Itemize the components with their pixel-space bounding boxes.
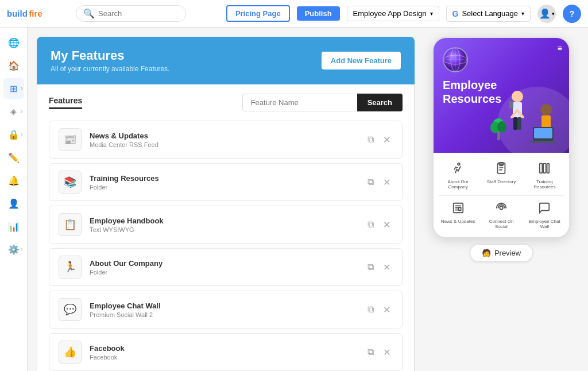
delete-feature-button[interactable]: ✕ — [381, 175, 393, 190]
preview-label: Preview — [494, 249, 521, 257]
svg-point-25 — [497, 121, 506, 133]
phone-nav-label: Connect On Social — [482, 219, 520, 229]
logo: build fire — [7, 6, 64, 22]
chevron-right-icon: › — [21, 86, 23, 91]
delete-feature-button[interactable]: ✕ — [381, 260, 393, 275]
svg-rect-34 — [547, 164, 550, 173]
navbar: build fire 🔍 Pricing Page Publish Employ… — [0, 0, 588, 28]
svg-rect-21 — [530, 141, 556, 143]
feature-search-group: Search — [242, 94, 403, 111]
search-box[interactable]: 🔍 — [76, 5, 186, 22]
feature-name: Employee Chat Wall — [90, 302, 357, 310]
feature-item-news[interactable]: 📰 News & Updates Media Center RSS Feed ⧉… — [49, 121, 403, 159]
delete-feature-button[interactable]: ✕ — [381, 132, 393, 148]
chart-icon: 📊 — [8, 221, 20, 232]
feature-actions: ⧉ ✕ — [365, 260, 393, 275]
features-header-left: My Features All of your currently availa… — [51, 48, 169, 73]
feature-icon: 💬 — [59, 298, 82, 321]
svg-rect-13 — [513, 117, 517, 130]
phone-nav-icon — [495, 202, 508, 217]
feature-item-about[interactable]: 🏃 About Our Company Folder ⧉ ✕ — [49, 248, 403, 286]
feature-name: News & Updates — [90, 132, 357, 140]
pen-icon: ✏️ — [8, 152, 20, 163]
svg-rect-20 — [534, 128, 552, 138]
phone-bottom-nav: About Our Company Staff Directory Traini… — [434, 153, 569, 237]
feature-info: Employee Chat Wall Premium Social Wall 2 — [90, 302, 357, 318]
feature-icon: 📚 — [59, 171, 82, 194]
copy-feature-button[interactable]: ⧉ — [365, 175, 376, 190]
sidebar-item-design[interactable]: ✏️ — [3, 147, 24, 168]
sidebar-item-grid[interactable]: ⊞ › — [3, 78, 24, 99]
svg-rect-32 — [540, 164, 543, 173]
svg-rect-39 — [459, 207, 461, 211]
copy-feature-button[interactable]: ⧉ — [365, 132, 376, 147]
svg-rect-33 — [543, 164, 546, 173]
features-header: My Features All of your currently availa… — [37, 37, 415, 84]
feature-name: Training Resources — [90, 174, 357, 183]
app-selector-label: Employee App Design — [353, 9, 427, 18]
user-avatar[interactable]: 👤 ▾ — [537, 5, 556, 23]
phone-nav-item: Staff Directory — [481, 159, 521, 193]
sidebar-item-analytics[interactable]: 📊 — [3, 216, 24, 237]
features-label: Features — [49, 96, 82, 109]
publish-button[interactable]: Publish — [297, 6, 340, 21]
features-panel: My Features All of your currently availa… — [37, 37, 415, 362]
lock-icon: 🔒 — [8, 129, 20, 140]
grid-icon: ⊞ — [10, 83, 17, 94]
feature-item-handbook[interactable]: 📋 Employee Handbook Text WYSIWYG ⧉ ✕ — [49, 206, 403, 244]
copy-feature-button[interactable]: ⧉ — [365, 260, 376, 275]
feature-item-training[interactable]: 📚 Training Resources Folder ⧉ ✕ — [49, 163, 403, 201]
sidebar-item-home[interactable]: 🏠 — [3, 55, 24, 76]
user-icon: 👤 — [539, 8, 551, 19]
feature-name: About Our Company — [90, 259, 357, 268]
sidebar-item-globe[interactable]: 🌐 — [3, 32, 24, 53]
sidebar-item-users[interactable]: 👤 — [3, 193, 24, 214]
feature-type: Premium Social Wall 2 — [90, 311, 357, 318]
features-title: My Features — [51, 48, 169, 63]
phone-screen: ≡ — [434, 38, 569, 237]
feature-icon: 📋 — [59, 213, 82, 236]
chevron-down-icon: ▾ — [552, 11, 555, 17]
globe-icon: 🌐 — [8, 37, 20, 48]
feature-icon: 👍 — [59, 341, 82, 364]
svg-text:fire: fire — [29, 9, 42, 18]
pricing-page-button[interactable]: Pricing Page — [226, 5, 290, 22]
svg-rect-15 — [509, 101, 513, 109]
app-selector[interactable]: Employee App Design ▾ — [347, 6, 439, 21]
sidebar-item-notifications[interactable]: 🔔 — [3, 170, 24, 191]
delete-feature-button[interactable]: ✕ — [381, 217, 393, 233]
phone-nav-label: Employee Chat Wall — [526, 219, 563, 229]
sidebar-item-plugins[interactable]: ◈ › — [3, 101, 24, 122]
feature-list: 📰 News & Updates Media Center RSS Feed ⧉… — [49, 121, 403, 371]
user-icon: 👤 — [8, 198, 20, 209]
features-body: Features Search 📰 News & Updates Media C… — [37, 84, 415, 371]
phone-nav-label: Staff Directory — [487, 179, 516, 184]
home-icon: 🏠 — [8, 60, 20, 71]
copy-feature-button[interactable]: ⧉ — [365, 345, 376, 360]
delete-feature-button[interactable]: ✕ — [381, 302, 393, 318]
features-subtitle: All of your currently available Features… — [51, 65, 169, 73]
help-button[interactable]: ? — [563, 5, 581, 23]
feature-actions: ⧉ ✕ — [365, 175, 393, 190]
chevron-right-icon: › — [21, 132, 23, 137]
feature-item-facebook[interactable]: 👍 Facebook Facebook ⧉ ✕ — [49, 333, 403, 371]
phone-nav-item: Employee Chat Wall — [525, 198, 564, 233]
delete-feature-button[interactable]: ✕ — [381, 345, 393, 360]
feature-name-input[interactable] — [242, 94, 357, 111]
feature-item-chat[interactable]: 💬 Employee Chat Wall Premium Social Wall… — [49, 291, 403, 329]
sidebar-item-settings[interactable]: ⚙️ › — [3, 239, 24, 260]
lang-label: Select Language — [462, 9, 518, 18]
copy-feature-button[interactable]: ⧉ — [365, 217, 376, 232]
copy-feature-button[interactable]: ⧉ — [365, 302, 376, 317]
feature-actions: ⧉ ✕ — [365, 132, 393, 148]
add-new-feature-button[interactable]: Add New Feature — [322, 52, 401, 69]
phone-nav-icon — [495, 162, 508, 177]
feature-search-button[interactable]: Search — [357, 94, 403, 111]
preview-button[interactable]: 🧑 Preview — [470, 244, 533, 262]
feature-icon: 🏃 — [59, 256, 82, 279]
search-input[interactable] — [98, 9, 179, 18]
help-icon: ? — [570, 9, 575, 18]
language-selector[interactable]: G Select Language ▾ — [446, 6, 531, 22]
sidebar-item-security[interactable]: 🔒 › — [3, 124, 24, 145]
phone-nav-label: Training Resources — [526, 179, 563, 190]
